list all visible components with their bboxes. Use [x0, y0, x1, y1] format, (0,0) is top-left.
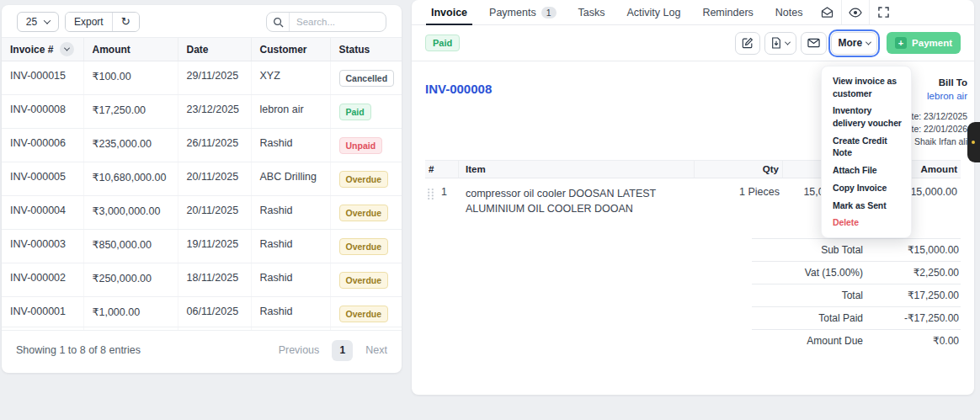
detail-action-row: Paid More + Payment	[412, 25, 974, 61]
next-page-button[interactable]: Next	[365, 344, 387, 356]
floating-widget-button[interactable]	[967, 122, 980, 162]
search-input[interactable]	[290, 17, 374, 27]
col-header-num: #	[425, 161, 459, 178]
table-row[interactable]: INV-000015 ₹100.00 29/11/2025 XYZ Cancel…	[2, 61, 402, 95]
entries-summary: Showing 1 to 8 of 8 entries	[16, 344, 141, 356]
tab-invoice[interactable]: Invoice	[420, 0, 478, 24]
cell-amount: ₹235,000.00	[83, 129, 178, 162]
fullscreen-tab-button[interactable]	[869, 0, 897, 24]
table-row[interactable]: INV-000002 ₹250,000.00 18/11/2025 Rashid…	[2, 263, 402, 297]
status-badge: Paid	[339, 104, 371, 120]
cell-amount: ₹1,000.00	[83, 297, 178, 331]
payments-count-badge: 1	[541, 7, 557, 19]
menu-item-copy-invoice[interactable]: Copy Invoice	[822, 179, 911, 197]
refresh-icon: ↻	[121, 15, 130, 28]
cell-customer: XYZ	[251, 61, 330, 95]
menu-item-mark-as-sent[interactable]: Mark as Sent	[822, 197, 911, 215]
menu-item-attach-file[interactable]: Attach File	[822, 162, 911, 179]
table-header-row: Invoice # Amount Date Customer Status	[2, 38, 402, 61]
export-button[interactable]: Export	[66, 13, 112, 31]
invoice-table: Invoice # Amount Date Customer Status IN…	[2, 37, 402, 331]
col-header-invoice: Invoice #	[10, 44, 53, 56]
cell-date: 26/11/2025	[178, 129, 251, 162]
tab-notes[interactable]: Notes	[764, 0, 814, 24]
tab-tasks[interactable]: Tasks	[567, 0, 616, 24]
invoice-list-panel: 25 Export ↻ Invoice # Amount Date Custom…	[2, 5, 402, 373]
cell-date: 23/12/2025	[178, 95, 251, 129]
cell-invoice: INV-000005	[2, 162, 83, 196]
col-header-item: Item	[459, 161, 695, 178]
edit-icon	[742, 37, 754, 49]
table-row[interactable]: INV-000004 ₹3,000,000.00 20/11/2025 Rash…	[2, 196, 402, 230]
cell-customer: Rashid	[251, 230, 330, 263]
cell-amount: ₹850,000.00	[83, 230, 178, 263]
search-icon	[267, 13, 290, 31]
tab-reminders[interactable]: Reminders	[691, 0, 764, 24]
item-number: 1	[441, 186, 447, 198]
menu-item-create-credit-note[interactable]: Create Credit Note	[822, 132, 911, 162]
col-header-status: Status	[330, 38, 402, 61]
cell-invoice: INV-000001	[2, 297, 83, 331]
more-button[interactable]: More	[831, 32, 877, 55]
cell-date: 06/11/2025	[178, 297, 251, 331]
list-footer: Showing 1 to 8 of 8 entries Previous 1 N…	[2, 327, 402, 373]
col-header-qty: Qty	[695, 161, 783, 178]
list-toolbar: 25 Export ↻	[2, 5, 402, 32]
status-badge: Unpaid	[339, 137, 383, 154]
drag-handle-icon[interactable]	[427, 188, 434, 203]
page-number-button[interactable]: 1	[332, 340, 353, 361]
table-row[interactable]: INV-000006 ₹235,000.00 26/11/2025 Rashid…	[2, 129, 402, 162]
bill-to-block: Bill To lebron air	[927, 77, 967, 103]
add-payment-button[interactable]: + Payment	[887, 32, 961, 54]
col-header-amount: Amount	[83, 38, 178, 61]
email-invoice-button[interactable]	[801, 32, 827, 55]
status-badge: Overdue	[339, 238, 389, 255]
tab-payments[interactable]: Payments1	[478, 0, 567, 24]
plus-icon: +	[895, 37, 907, 49]
bill-to-customer-link[interactable]: lebron air	[927, 90, 967, 104]
table-row[interactable]: INV-000003 ₹850,000.00 19/11/2025 Rashid…	[2, 230, 402, 263]
menu-item-delete[interactable]: Delete	[822, 214, 911, 231]
cell-amount: ₹10,680,000.00	[83, 162, 178, 196]
cell-date: 19/11/2025	[178, 230, 251, 263]
file-download-icon	[771, 37, 781, 49]
preview-tab-button[interactable]	[841, 0, 869, 24]
meta-line: ate: 22/01/2026	[903, 123, 967, 136]
refresh-button[interactable]: ↻	[112, 13, 139, 31]
chevron-down-icon	[64, 45, 70, 51]
pagination: Previous 1 Next	[279, 340, 387, 361]
send-email-tab-button[interactable]	[813, 0, 841, 24]
download-invoice-button[interactable]	[764, 32, 796, 55]
menu-item-view-as-customer[interactable]: View invoice as customer	[822, 72, 911, 102]
page-size-select[interactable]: 25	[17, 12, 59, 32]
status-badge: Cancelled	[339, 70, 395, 87]
table-row[interactable]: INV-000005 ₹10,680,000.00 20/11/2025 ABC…	[2, 162, 402, 196]
item-description: compressor oil cooler DOOSAN LATEST ALUM…	[459, 186, 695, 216]
chevron-down-icon	[44, 17, 51, 24]
sort-button[interactable]	[60, 42, 74, 56]
table-row[interactable]: INV-000008 ₹17,250.00 23/12/2025 lebron …	[2, 95, 402, 129]
status-badge: Overdue	[339, 306, 389, 322]
bill-to-label: Bill To	[927, 77, 967, 90]
eye-icon	[849, 8, 862, 18]
cell-invoice: INV-000004	[2, 196, 83, 230]
item-qty: 1 Pieces	[695, 186, 783, 198]
table-row[interactable]: INV-000001 ₹1,000.00 06/11/2025 Rashid O…	[2, 297, 402, 331]
cell-invoice: INV-000008	[2, 95, 83, 129]
totals-table: Sub Total ₹15,000.00 Vat (15.00%) ₹2,250…	[752, 238, 961, 352]
edit-invoice-button[interactable]	[735, 32, 760, 55]
cell-date: 20/11/2025	[178, 196, 251, 230]
cell-invoice: INV-000006	[2, 129, 83, 162]
tab-activity-log[interactable]: Activity Log	[615, 0, 691, 24]
invoice-number-heading: INV-000008	[425, 82, 492, 96]
meta-line: nt: Shaik Irfan ali	[903, 136, 967, 148]
previous-page-button[interactable]: Previous	[279, 344, 320, 356]
chevron-down-icon	[785, 39, 791, 45]
total-row: Sub Total ₹15,000.00	[752, 238, 961, 261]
detail-tabbar: Invoice Payments1 Tasks Activity Log Rem…	[412, 0, 974, 25]
cell-customer: Rashid	[251, 196, 330, 230]
cell-invoice: INV-000002	[2, 263, 83, 297]
total-row: Total ₹17,250.00	[752, 284, 961, 306]
cell-invoice: INV-000015	[2, 61, 83, 95]
menu-item-inventory-delivery-voucher[interactable]: Inventory delivery voucher	[822, 102, 911, 131]
